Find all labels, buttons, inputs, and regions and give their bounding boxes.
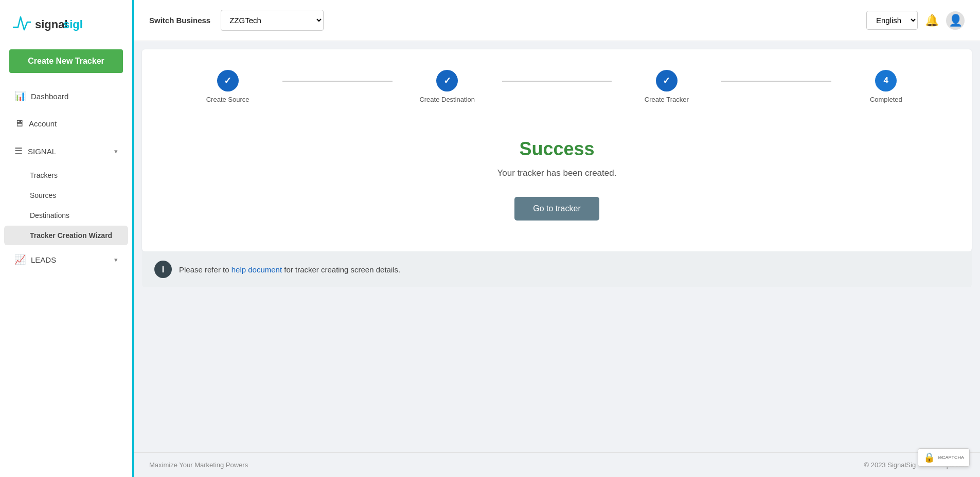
recaptcha-logo: 🔒 bbox=[923, 452, 935, 463]
user-avatar[interactable]: 👤 bbox=[946, 11, 965, 30]
step-circle-2 bbox=[436, 70, 458, 91]
step-line-2 bbox=[502, 81, 612, 82]
sidebar-item-tracker-creation-wizard[interactable]: Tracker Creation Wizard bbox=[4, 226, 128, 245]
dashboard-icon: 📊 bbox=[14, 90, 26, 102]
sidebar-item-leads[interactable]: 📈 LEADS ▾ bbox=[4, 247, 128, 272]
help-document-link[interactable]: help document bbox=[231, 265, 282, 274]
page-body: Create Source Create Destination Create … bbox=[134, 41, 980, 477]
step-label-1: Create Source bbox=[206, 96, 250, 103]
bell-icon[interactable]: 🔔 bbox=[925, 14, 939, 27]
sidebar-item-destinations[interactable]: Destinations bbox=[4, 206, 128, 225]
info-suffix: for tracker creating screen details. bbox=[282, 265, 400, 274]
signal-subnav: Trackers Sources Destinations Tracker Cr… bbox=[0, 165, 132, 246]
step-circle-3 bbox=[656, 70, 678, 91]
step-label-2: Create Destination bbox=[419, 96, 475, 103]
step-create-tracker: Create Tracker bbox=[612, 70, 721, 103]
step-create-source: Create Source bbox=[173, 70, 282, 103]
create-new-tracker-button[interactable]: Create New Tracker bbox=[9, 49, 123, 73]
step-circle-1 bbox=[217, 70, 239, 91]
step-line-1 bbox=[282, 81, 392, 82]
footer-spacer bbox=[134, 287, 980, 452]
account-icon: 🖥 bbox=[14, 118, 24, 129]
info-icon: i bbox=[154, 261, 172, 278]
sidebar-item-account[interactable]: 🖥 Account bbox=[4, 111, 128, 136]
header-right: English 🔔 👤 bbox=[866, 11, 965, 30]
logo-area: signal sight bbox=[0, 0, 132, 44]
sidebar: signal sight Create New Tracker 📊 Dashbo… bbox=[0, 0, 134, 477]
footer-bar: Maximize Your Marketing Powers © 2023 Si… bbox=[134, 452, 980, 477]
go-to-tracker-button[interactable]: Go to tracker bbox=[514, 197, 599, 221]
success-subtitle: Your tracker has been created. bbox=[173, 168, 941, 178]
language-select[interactable]: English bbox=[866, 11, 918, 30]
step-label-3: Create Tracker bbox=[645, 96, 689, 103]
step-line-3 bbox=[721, 81, 831, 82]
sidebar-item-sources[interactable]: Sources bbox=[4, 186, 128, 205]
switch-business-label: Switch Business bbox=[149, 15, 210, 26]
sidebar-item-label: Dashboard bbox=[31, 92, 118, 101]
footer-tagline: Maximize Your Marketing Powers bbox=[149, 461, 248, 469]
sidebar-item-label: Account bbox=[29, 119, 118, 128]
main-content: Switch Business ZZGTech English 🔔 👤 bbox=[134, 0, 980, 477]
business-select[interactable]: ZZGTech bbox=[221, 10, 324, 31]
leads-icon: 📈 bbox=[14, 254, 26, 265]
sidebar-item-label: LEADS bbox=[31, 255, 109, 264]
wizard-card: Create Source Create Destination Create … bbox=[142, 49, 972, 251]
success-section: Success Your tracker has been created. G… bbox=[173, 128, 941, 226]
success-title: Success bbox=[173, 138, 941, 160]
step-circle-4: 4 bbox=[875, 70, 897, 91]
info-prefix: Please refer to bbox=[179, 265, 231, 274]
chevron-down-icon: ▾ bbox=[114, 256, 118, 264]
info-banner: i Please refer to help document for trac… bbox=[142, 251, 972, 287]
recaptcha-text: reCAPTCHA bbox=[938, 455, 964, 460]
step-completed: 4 Completed bbox=[831, 70, 941, 103]
stepper: Create Source Create Destination Create … bbox=[173, 70, 941, 103]
sidebar-item-trackers[interactable]: Trackers bbox=[4, 166, 128, 185]
copyright-text: © 2023 SignalSig bbox=[864, 461, 916, 469]
recaptcha-badge: 🔒 reCAPTCHA bbox=[918, 448, 970, 467]
sidebar-item-dashboard[interactable]: 📊 Dashboard bbox=[4, 83, 128, 109]
logo-svg: signal sight bbox=[10, 9, 82, 35]
step-create-destination: Create Destination bbox=[393, 70, 502, 103]
sidebar-item-label: SIGNAL bbox=[28, 147, 109, 156]
svg-text:sight: sight bbox=[63, 18, 82, 31]
sidebar-item-signal[interactable]: ☰ SIGNAL ▾ bbox=[4, 138, 128, 164]
header: Switch Business ZZGTech English 🔔 👤 bbox=[134, 0, 980, 41]
step-label-4: Completed bbox=[870, 96, 902, 103]
info-text: Please refer to help document for tracke… bbox=[179, 265, 400, 274]
signal-icon: ☰ bbox=[14, 145, 23, 157]
chevron-down-icon: ▾ bbox=[114, 148, 118, 155]
